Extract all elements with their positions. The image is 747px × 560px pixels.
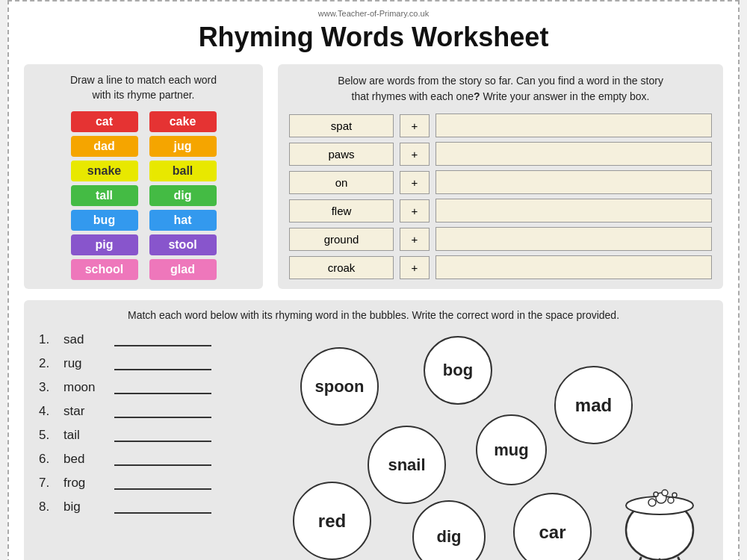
bubble-dig: dig <box>412 500 486 560</box>
answer-input[interactable] <box>436 170 712 194</box>
rhyme-row: paws + <box>289 142 712 166</box>
word-box: tall <box>71 185 138 206</box>
answer-input[interactable] <box>436 255 712 279</box>
left-instruction: Draw a line to match each wordwith its r… <box>35 73 252 102</box>
rhyme-word: on <box>289 171 394 194</box>
word-box: snake <box>71 161 138 181</box>
answer-line[interactable] <box>114 500 211 514</box>
word-col-2: cake jug ball dig hat stool glad <box>149 111 217 280</box>
rhyme-word: croak <box>289 256 394 279</box>
list-word: bed <box>63 452 108 467</box>
answer-input[interactable] <box>436 113 712 137</box>
answer-input[interactable] <box>436 199 712 223</box>
list-word: star <box>63 404 108 419</box>
word-box: cake <box>149 111 217 132</box>
list-item: 6. bed <box>39 452 248 467</box>
word-columns: cat dad snake tall bug pig school cake j… <box>35 111 252 280</box>
word-box: pig <box>71 234 138 255</box>
svg-point-10 <box>668 497 674 503</box>
rhyme-row: on + <box>289 170 712 194</box>
list-num: 7. <box>39 476 58 491</box>
plus-sign: + <box>400 199 430 223</box>
plus-sign: + <box>400 143 430 166</box>
answer-input[interactable] <box>436 142 712 166</box>
rhyme-rows: spat + paws + on + flew + <box>289 113 712 279</box>
list-item: 3. moon <box>39 380 248 395</box>
answer-line[interactable] <box>114 333 211 346</box>
answer-line[interactable] <box>114 405 211 418</box>
list-word: frog <box>63 476 108 491</box>
website-url: www.Teacher-of-Primary.co.uk <box>24 9 723 18</box>
bubble-spoon: spoon <box>300 347 379 426</box>
plus-sign: + <box>400 171 430 194</box>
list-num: 1. <box>39 332 58 347</box>
answer-line[interactable] <box>114 429 211 442</box>
word-box: school <box>71 259 138 280</box>
answer-line[interactable] <box>114 476 211 490</box>
rhyme-row: croak + <box>289 255 712 279</box>
page: www.Teacher-of-Primary.co.uk Rhyming Wor… <box>7 0 740 560</box>
answer-input[interactable] <box>436 227 712 251</box>
word-box: bug <box>71 210 138 231</box>
bottom-section: Match each word below with its rhyming w… <box>24 300 723 560</box>
svg-point-8 <box>648 499 656 506</box>
word-box: glad <box>149 259 217 280</box>
bubble-mad: mad <box>554 366 633 444</box>
svg-point-11 <box>662 490 668 496</box>
word-col-1: cat dad snake tall bug pig school <box>71 111 138 280</box>
answer-line[interactable] <box>114 381 211 394</box>
bubble-snail: snail <box>368 426 446 504</box>
list-word: moon <box>63 380 108 395</box>
list-item: 1. sad <box>39 332 248 347</box>
svg-point-12 <box>654 492 658 497</box>
bubbles-area: spoon bog snail mug mad red dig car <box>263 332 708 560</box>
left-panel: Draw a line to match each wordwith its r… <box>24 64 263 289</box>
answer-line[interactable] <box>114 452 211 466</box>
plus-sign: + <box>400 114 430 137</box>
page-title: Rhyming Words Worksheet <box>24 22 723 53</box>
plus-sign: + <box>400 256 430 279</box>
list-word: big <box>63 500 108 514</box>
rhyme-row: spat + <box>289 113 712 137</box>
list-item: 5. tail <box>39 428 248 443</box>
rhyme-row: ground + <box>289 227 712 251</box>
bottom-content: 1. sad 2. rug 3. moon 4. star <box>39 332 708 560</box>
bottom-instruction: Match each word below with its rhyming w… <box>39 309 708 321</box>
list-item: 7. frog <box>39 476 248 491</box>
rhyme-row: flew + <box>289 199 712 223</box>
list-num: 5. <box>39 428 58 443</box>
bubble-red: red <box>293 482 371 560</box>
bubble-car: car <box>513 493 592 560</box>
rhyme-word: spat <box>289 114 394 137</box>
rhyme-word: flew <box>289 199 394 223</box>
word-box: cat <box>71 111 138 132</box>
right-instruction: Below are words from the story so far. C… <box>289 73 712 105</box>
list-word: rug <box>63 356 108 371</box>
word-box: dad <box>71 136 138 157</box>
list-item: 8. big <box>39 500 248 514</box>
list-num: 2. <box>39 356 58 371</box>
list-num: 6. <box>39 452 58 467</box>
rhyme-word: ground <box>289 228 394 251</box>
list-item: 4. star <box>39 404 248 419</box>
rhyme-word: paws <box>289 143 394 166</box>
svg-point-13 <box>672 493 677 497</box>
word-box: hat <box>149 210 217 231</box>
word-list: 1. sad 2. rug 3. moon 4. star <box>39 332 248 560</box>
list-num: 4. <box>39 404 58 419</box>
word-box: dig <box>149 185 217 206</box>
list-word: sad <box>63 332 108 347</box>
word-box: ball <box>149 161 217 181</box>
plus-sign: + <box>400 228 430 251</box>
bubble-mug: mug <box>476 414 547 485</box>
bubble-bog: bog <box>424 336 492 405</box>
list-num: 3. <box>39 380 58 395</box>
word-box: stool <box>149 234 217 255</box>
right-panel: Below are words from the story so far. C… <box>278 64 723 289</box>
list-word: tail <box>63 428 108 443</box>
word-box: jug <box>149 136 217 157</box>
cauldron-illustration <box>611 474 708 560</box>
list-item: 2. rug <box>39 356 248 371</box>
list-num: 8. <box>39 500 58 514</box>
answer-line[interactable] <box>114 357 211 370</box>
